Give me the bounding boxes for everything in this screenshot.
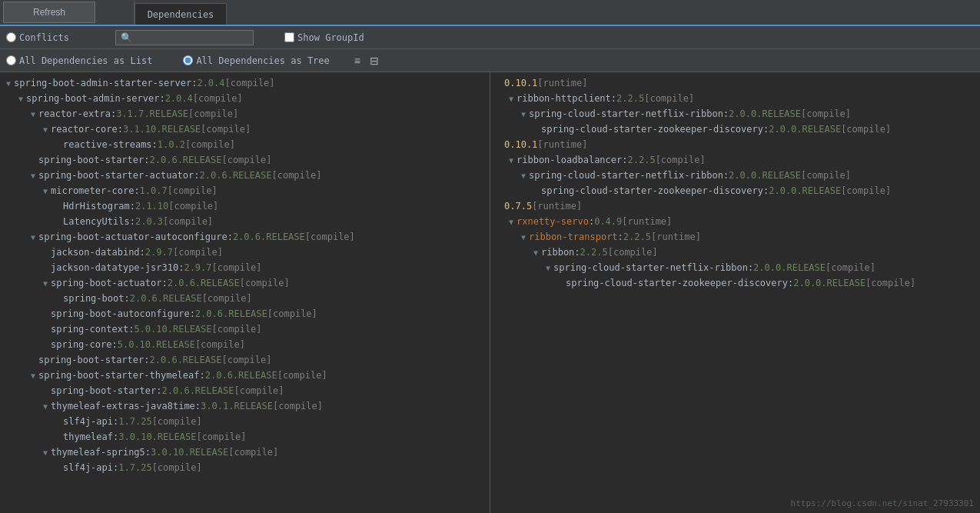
search-box[interactable]: 🔍 xyxy=(115,30,254,45)
tree-node[interactable]: slf4j-api : 1.7.25 [compile] xyxy=(0,460,490,475)
tree-arrow[interactable] xyxy=(518,108,529,120)
tree-node[interactable]: spring-context : 5.0.10.RELEASE [compile… xyxy=(0,321,490,337)
dep-scope: [compile] xyxy=(188,107,238,121)
tree-node[interactable]: ribbon-httpclient : 2.2.5 [compile] xyxy=(490,91,980,106)
dep-version: 3.0.10.RELEASE xyxy=(151,445,228,459)
tree-node[interactable]: spring-cloud-starter-netflix-ribbon : 2.… xyxy=(490,106,980,122)
tree-arrow[interactable] xyxy=(506,216,517,228)
tree-arrow[interactable] xyxy=(28,232,38,243)
options-bar-1: Conflicts 🔍 Show GroupId xyxy=(0,26,980,49)
tree-node[interactable]: reactor-extra : 3.1.7.RELEASE [compile] xyxy=(0,106,490,122)
show-group-id-group[interactable]: Show GroupId xyxy=(284,32,364,43)
tree-node[interactable]: spring-boot-starter-actuator : 2.0.6.REL… xyxy=(0,168,490,183)
tree-node[interactable]: jackson-databind : 2.9.7 [compile] xyxy=(0,245,490,260)
dep-version: 2.2.5 xyxy=(623,230,651,244)
tree-node[interactable]: spring-cloud-starter-zookeeper-discovery… xyxy=(490,275,980,291)
tree-node[interactable]: LatencyUtils : 2.0.3 [compile] xyxy=(0,214,490,229)
dep-scope: [compile] xyxy=(173,245,223,259)
tree-node[interactable]: thymeleaf-spring5 : 3.0.10.RELEASE [comp… xyxy=(0,445,490,460)
tree-node[interactable]: spring-boot-actuator : 2.0.6.RELEASE [co… xyxy=(0,275,490,291)
tree-node[interactable]: spring-cloud-starter-netflix-ribbon : 2.… xyxy=(490,168,980,183)
dep-scope: [compile] xyxy=(221,153,271,167)
all-deps-tree-label[interactable]: All Dependencies as Tree xyxy=(196,55,329,66)
tree-arrow[interactable] xyxy=(40,401,51,412)
tree-node[interactable]: spring-cloud-starter-zookeeper-discovery… xyxy=(490,183,980,198)
show-group-id-checkbox[interactable] xyxy=(284,32,294,42)
tree-node[interactable]: reactor-core : 3.1.10.RELEASE [compile] xyxy=(0,122,490,137)
tree-node[interactable]: 0.7.5 [runtime] xyxy=(490,198,980,214)
tree-node[interactable]: ribbon : 2.2.5 [compile] xyxy=(490,245,980,260)
tree-node[interactable]: thymeleaf-extras-java8time : 3.0.1.RELEA… xyxy=(0,398,490,414)
tree-node[interactable]: rxnetty-servo : 0.4.9 [runtime] xyxy=(490,214,980,229)
tree-arrow[interactable] xyxy=(15,93,26,105)
conflicts-radio-group[interactable]: Conflicts xyxy=(6,32,69,43)
all-deps-tree-radio-group[interactable]: All Dependencies as Tree xyxy=(183,55,329,66)
dep-scope: [compile] xyxy=(841,184,891,198)
tree-node[interactable]: spring-boot : 2.0.6.RELEASE [compile] xyxy=(0,291,490,306)
tree-arrow[interactable] xyxy=(518,232,529,243)
tree-arrow[interactable] xyxy=(518,170,529,182)
tree-node[interactable]: spring-boot-starter-thymeleaf : 2.0.6.RE… xyxy=(0,368,490,383)
tree-node[interactable]: 0.10.1 [runtime] xyxy=(490,75,980,91)
dep-name: ribbon-httpclient xyxy=(517,92,611,105)
all-deps-list-label[interactable]: All Dependencies as List xyxy=(19,55,152,66)
dep-version: 2.0.6.RELEASE xyxy=(233,230,305,244)
tree-node[interactable]: slf4j-api : 1.7.25 [compile] xyxy=(0,414,490,429)
tree-node[interactable]: thymeleaf : 3.0.10.RELEASE [compile] xyxy=(0,429,490,445)
tree-arrow[interactable] xyxy=(40,124,51,135)
tree-node[interactable]: spring-boot-starter : 2.0.6.RELEASE [com… xyxy=(0,152,490,168)
tree-arrow[interactable] xyxy=(530,247,541,258)
dep-scope: [compile] xyxy=(212,322,262,336)
all-deps-list-radio-group[interactable]: All Dependencies as List xyxy=(6,55,152,66)
options-bar-2: All Dependencies as List All Dependencie… xyxy=(0,49,980,72)
tree-arrow[interactable] xyxy=(506,155,517,166)
dep-name: thymeleaf-extras-java8time xyxy=(51,399,195,413)
tree-arrow[interactable] xyxy=(40,185,51,197)
show-group-id-label[interactable]: Show GroupId xyxy=(297,32,364,43)
tree-node[interactable]: jackson-datatype-jsr310 : 2.9.7 [compile… xyxy=(0,260,490,275)
conflicts-label[interactable]: Conflicts xyxy=(19,32,69,43)
dep-name: HdrHistogram xyxy=(63,199,130,213)
tree-node[interactable]: spring-boot-actuator-autoconfigure : 2.0… xyxy=(0,229,490,245)
dep-version: 2.0.4 xyxy=(197,76,224,90)
tree-node[interactable]: reactive-streams : 1.0.2 [compile] xyxy=(0,137,490,152)
tree-node[interactable]: spring-core : 5.0.10.RELEASE [compile] xyxy=(0,337,490,352)
expand-all-button[interactable]: ≡ xyxy=(351,53,364,68)
tree-arrow[interactable] xyxy=(506,93,517,105)
right-pane[interactable]: https://blog.csdn.net/sinat_27933301 0.1… xyxy=(490,72,980,513)
tree-node[interactable]: spring-boot-starter : 2.0.6.RELEASE [com… xyxy=(0,352,490,368)
tree-arrow[interactable] xyxy=(40,278,51,289)
refresh-button[interactable]: Refresh xyxy=(3,2,95,23)
tree-node[interactable]: spring-cloud-starter-zookeeper-discovery… xyxy=(490,122,980,137)
dep-scope: [compile] xyxy=(841,122,891,136)
dep-scope: [compile] xyxy=(826,261,875,275)
tree-arrow[interactable] xyxy=(40,447,51,458)
all-deps-list-radio[interactable] xyxy=(6,55,16,65)
tree-node[interactable]: spring-boot-admin-starter-server : 2.0.4… xyxy=(0,75,490,91)
search-input[interactable] xyxy=(135,32,248,43)
dep-version: 2.0.6.RELEASE xyxy=(200,168,272,182)
dep-version: 2.0.6.RELEASE xyxy=(130,291,202,305)
tree-node[interactable]: ribbon-transport : 2.2.5 [runtime] xyxy=(490,229,980,245)
tree-arrow[interactable] xyxy=(3,78,14,89)
all-deps-tree-radio[interactable] xyxy=(183,55,193,65)
dep-version: 2.0.6.RELEASE xyxy=(205,368,277,382)
tree-arrow[interactable] xyxy=(28,108,38,120)
tree-node[interactable]: micrometer-core : 1.0.7 [compile] xyxy=(0,183,490,198)
left-pane[interactable]: spring-boot-admin-starter-server : 2.0.4… xyxy=(0,72,490,513)
tree-node[interactable]: spring-boot-autoconfigure : 2.0.6.RELEAS… xyxy=(0,306,490,321)
dep-version: 2.0.0.RELEASE xyxy=(769,122,841,136)
tree-arrow[interactable] xyxy=(28,170,38,182)
tree-arrow[interactable] xyxy=(28,370,38,381)
tree-node[interactable]: ribbon-loadbalancer : 2.2.5 [compile] xyxy=(490,152,980,168)
conflicts-radio[interactable] xyxy=(6,32,16,42)
collapse-all-button[interactable]: ⊟ xyxy=(367,53,382,68)
tree-node[interactable]: spring-cloud-starter-netflix-ribbon : 2.… xyxy=(490,260,980,275)
tree-node[interactable]: HdrHistogram : 2.1.10 [compile] xyxy=(0,198,490,214)
tree-node[interactable]: spring-boot-starter : 2.0.6.RELEASE [com… xyxy=(0,383,490,398)
tree-node[interactable]: 0.10.1 [runtime] xyxy=(490,137,980,152)
tree-arrow[interactable] xyxy=(543,262,553,274)
dep-name: jackson-datatype-jsr310 xyxy=(51,261,178,275)
tree-node[interactable]: spring-boot-admin-server : 2.0.4 [compil… xyxy=(0,91,490,106)
dep-name: slf4j-api xyxy=(63,461,113,475)
